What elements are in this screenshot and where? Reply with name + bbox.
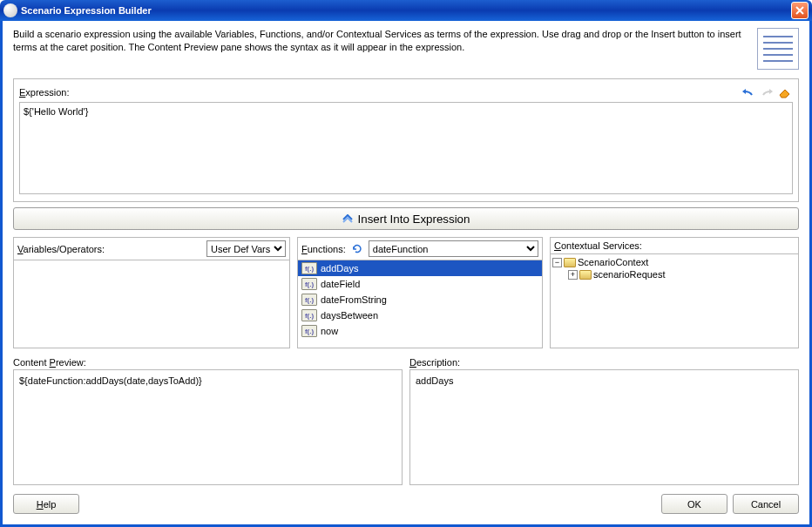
collapse-icon[interactable]: − [552, 258, 562, 267]
content-preview-box: ${dateFunction:addDays(date,daysToAdd)} [13, 369, 403, 485]
functions-label: Functions: [301, 244, 346, 254]
instructions-text: Build a scenario expression using the av… [13, 28, 757, 55]
function-icon: f(.) [301, 262, 317, 274]
expression-toolbar [741, 84, 793, 100]
description-box: addDays [409, 369, 799, 485]
clear-button[interactable] [777, 84, 793, 100]
variables-panel: Variables/Operators: User Def Vars [13, 237, 290, 348]
doc-lines-icon [757, 28, 799, 70]
folder-icon [579, 270, 592, 280]
contextual-panel: Contextual Services: − ScenarioContext +… [550, 237, 799, 348]
header-row: Build a scenario expression using the av… [13, 28, 799, 70]
app-icon [3, 3, 17, 17]
content-preview-label: Content Preview: [13, 357, 403, 368]
refresh-functions-button[interactable] [349, 241, 365, 257]
client-area: Build a scenario expression using the av… [0, 21, 812, 527]
content-preview-panel: Content Preview: ${dateFunction:addDays(… [13, 357, 403, 485]
function-icon: f(.) [301, 309, 317, 321]
contextual-label: Contextual Services: [554, 240, 642, 251]
redo-button [759, 84, 775, 100]
function-item-label: addDays [321, 263, 358, 274]
undo-button[interactable] [741, 84, 756, 100]
tree-node-scenariorequest[interactable]: + scenarioRequest [568, 268, 796, 280]
expression-panel: Expression: [13, 78, 799, 202]
eraser-icon [778, 86, 792, 98]
variables-scope-dropdown[interactable]: User Def Vars [206, 240, 286, 257]
function-item-datefield[interactable]: f(.)dateField [298, 276, 542, 292]
close-icon [795, 6, 804, 15]
variables-list[interactable] [14, 260, 289, 348]
folder-icon [564, 258, 576, 267]
contextual-tree[interactable]: − ScenarioContext + scenarioRequest [551, 253, 798, 348]
ok-button[interactable]: OK [661, 494, 727, 514]
undo-icon [741, 86, 755, 98]
tree-label: ScenarioContext [578, 257, 648, 267]
function-category-dropdown[interactable]: dateFunction [369, 240, 538, 257]
refresh-icon [351, 243, 363, 255]
function-item-label: now [321, 326, 338, 336]
expression-input[interactable] [19, 102, 793, 194]
function-item-datefromstring[interactable]: f(.)dateFromString [298, 292, 542, 307]
close-button[interactable] [791, 2, 809, 19]
insert-label: Insert Into Expression [358, 213, 470, 226]
footer: Help OK Cancel [13, 494, 799, 514]
titlebar[interactable]: Scenario Expression Builder [0, 0, 812, 21]
function-item-daysbetween[interactable]: f(.)daysBetween [298, 307, 542, 323]
tree-label: scenarioRequest [593, 269, 666, 280]
description-label: Description: [409, 357, 799, 368]
description-panel: Description: addDays [409, 357, 799, 485]
redo-icon [760, 86, 774, 98]
insert-into-expression-button[interactable]: Insert Into Expression [13, 207, 799, 230]
function-icon: f(.) [301, 294, 317, 306]
function-item-label: dateField [321, 279, 360, 289]
tree-node-scenariocontext[interactable]: − ScenarioContext [552, 256, 796, 268]
help-button[interactable]: Help [13, 494, 79, 514]
mid-row: Variables/Operators: User Def Vars Funct… [13, 237, 799, 348]
chevron-up-icon [342, 214, 353, 223]
expand-icon[interactable]: + [568, 270, 578, 280]
function-item-adddays[interactable]: f(.)addDays [298, 260, 542, 276]
bottom-row: Content Preview: ${dateFunction:addDays(… [13, 357, 799, 485]
expression-label: Expression: [19, 87, 69, 98]
functions-list[interactable]: f(.)addDaysf(.)dateFieldf(.)dateFromStri… [298, 260, 542, 348]
function-item-label: daysBetween [321, 310, 378, 321]
function-icon: f(.) [301, 325, 317, 337]
function-item-label: dateFromString [321, 294, 387, 305]
cancel-button[interactable]: Cancel [733, 494, 799, 514]
variables-label: Variables/Operators: [17, 244, 203, 254]
window-title: Scenario Expression Builder [21, 5, 791, 16]
functions-panel: Functions: dateFunction f(.)addDaysf(.)d… [297, 237, 543, 348]
function-icon: f(.) [301, 278, 317, 290]
function-item-now[interactable]: f(.)now [298, 323, 542, 339]
